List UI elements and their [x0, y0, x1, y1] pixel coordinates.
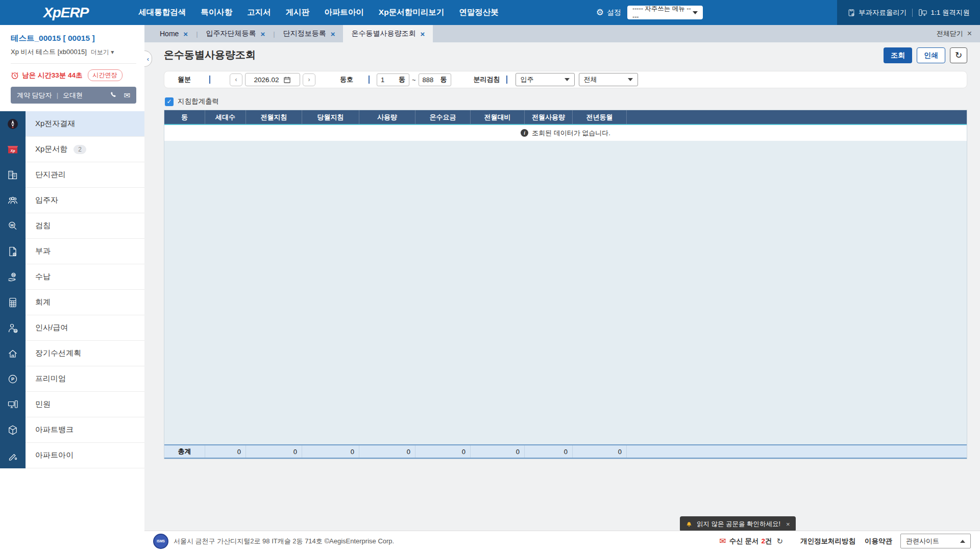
privacy-policy-link[interactable]: 개인정보처리방침	[800, 537, 855, 546]
billing-doc-icon	[7, 246, 18, 257]
sidebar-item-complex-mgmt[interactable]: 단지관리	[0, 162, 144, 188]
sidebar-item-accounting[interactable]: 회계	[0, 290, 144, 315]
tab-complex-info-reg[interactable]: 단지정보등록×	[275, 25, 344, 42]
dong-from-input[interactable]: 1 동	[377, 73, 409, 86]
extend-time-button[interactable]: 시간연장	[88, 69, 122, 81]
col-filler	[627, 110, 967, 124]
dong-to-input[interactable]: 888 동	[419, 73, 451, 86]
more-button[interactable]: 더보기 ▾	[91, 48, 114, 57]
menu-label: 민원	[35, 399, 51, 409]
close-icon[interactable]: ×	[420, 30, 425, 38]
quick-menu-select[interactable]: ----- 자주쓰는 메뉴 -----	[627, 6, 703, 19]
sidebar-item-civil-complaint[interactable]: 민원	[0, 392, 144, 417]
guideline-total-checkbox[interactable]: ✓ 지침합계출력	[165, 97, 219, 106]
settings-button[interactable]: ⚙ 설정	[596, 8, 621, 17]
sidebar-item-meter-reading[interactable]: ₩ 검침	[0, 213, 144, 239]
prev-month-button[interactable]: ‹	[230, 73, 242, 86]
nav-board[interactable]: 게시판	[286, 7, 310, 18]
total-usage: 0	[359, 445, 415, 458]
divider	[912, 9, 913, 17]
inbox-unit: 건	[765, 537, 772, 546]
inbox-mail-icon[interactable]: ✉	[719, 536, 726, 546]
site-name[interactable]: 테스트_00015 [ 00015 ]	[11, 33, 136, 44]
occupancy-select[interactable]: 입주	[516, 73, 575, 86]
sidebar-item-apt-bank[interactable]: 아파트뱅크	[0, 417, 144, 443]
col-prev-reading[interactable]: 전월지침	[246, 110, 302, 124]
inbox-refresh-icon[interactable]: ↻	[776, 537, 783, 546]
close-icon[interactable]: ×	[331, 30, 335, 38]
nav-household-search[interactable]: 세대통합검색	[138, 7, 186, 18]
nav-docbox-preview[interactable]: Xp문서함미리보기	[379, 7, 444, 18]
col-curr-reading[interactable]: 당월지침	[302, 110, 359, 124]
nav-special-notes[interactable]: 특이사항	[201, 7, 232, 18]
month-input[interactable]: 2026.02	[245, 73, 300, 86]
empty-message: 조회된 데이터가 없습니다.	[532, 129, 610, 138]
nav-apt-i[interactable]: 아파트아이	[324, 7, 364, 18]
sidebar-item-premium[interactable]: P 프리미엄	[0, 366, 144, 392]
sidebar-item-hr-payroll[interactable]: ₩ 인사/급여	[0, 315, 144, 341]
col-usage[interactable]: 사용량	[359, 110, 415, 124]
col-households[interactable]: 세대수	[205, 110, 246, 124]
sidebar-item-billing[interactable]: 부과	[0, 239, 144, 264]
next-month-button[interactable]: ›	[303, 73, 315, 86]
divider	[209, 76, 210, 84]
occupancy-value: 입주	[521, 75, 534, 84]
sidebar-item-receipt[interactable]: ₩ 수납	[0, 264, 144, 290]
sidebar-item-apt-i[interactable]: 아파트아이	[0, 443, 144, 468]
person-pay-icon: ₩	[7, 322, 18, 334]
col-prev-month-usage[interactable]: 전월사용량	[525, 110, 573, 124]
related-sites-select[interactable]: 관련사이트	[900, 534, 971, 548]
settings-label: 설정	[607, 8, 621, 17]
col-prev-year-month[interactable]: 전년동월	[573, 110, 627, 124]
usage-table: 동 세대수 전월지침 당월지침 사용량 온수요금 전월대비 전월사용량 전년동월…	[164, 110, 967, 459]
more-arrow-icon: ▾	[111, 48, 114, 56]
divider	[506, 76, 507, 84]
sidebar-item-xp-approval[interactable]: Xp전자결재	[0, 111, 144, 137]
upload-billing-button[interactable]: 부과자료올리기	[847, 8, 907, 17]
sidebar-item-residents[interactable]: 입주자	[0, 188, 144, 213]
table-header-row: 동 세대수 전월지침 당월지침 사용량 온수요금 전월대비 전월사용량 전년동월	[164, 110, 967, 125]
tab-resident-group-reg[interactable]: 입주자단체등록×	[198, 25, 274, 42]
approval-pen-icon	[7, 118, 19, 130]
month-label: 월분	[178, 75, 209, 84]
scope-select[interactable]: 전체	[579, 73, 638, 86]
refresh-button[interactable]: ↻	[950, 47, 967, 63]
checkbox-checked-icon[interactable]: ✓	[165, 97, 174, 106]
phone-icon[interactable]	[110, 91, 117, 99]
menu-label: Xp문서함	[35, 144, 67, 154]
tab-bar: Home× | 입주자단체등록× | 단지정보등록× 온수동별사용량조회× 전체…	[144, 25, 980, 42]
monitor-icon	[7, 399, 18, 410]
svg-text:₩: ₩	[10, 223, 14, 227]
sidebar-item-xp-docbox[interactable]: Xp Xp문서함2	[0, 137, 144, 162]
app-logo: XpERP	[43, 5, 88, 21]
page-actions: 조회 인쇄 ↻	[884, 47, 967, 63]
col-dong[interactable]: 동	[164, 110, 205, 124]
pencil-icon	[7, 450, 18, 461]
sidebar-collapse-button[interactable]: ‹	[144, 51, 152, 67]
nav-year-end-bot[interactable]: 연말정산봇	[459, 7, 499, 18]
tilde: ~	[412, 76, 416, 84]
close-icon[interactable]: ×	[261, 30, 265, 38]
table-total-row: 총계 0 0 0 0 0 0 0 0	[164, 444, 967, 459]
tab-hot-water-usage[interactable]: 온수동별사용량조회×	[343, 25, 433, 42]
col-vs-prev-month[interactable]: 전월대비	[471, 110, 525, 124]
remote-support-button[interactable]: 1:1 원격지원	[918, 8, 970, 17]
inbox-label[interactable]: 수신 문서	[729, 537, 759, 546]
search-button[interactable]: 조회	[884, 47, 912, 63]
empty-state-row: i 조회된 데이터가 없습니다.	[164, 125, 967, 141]
dong-suffix: 동	[399, 75, 405, 84]
col-hotwater-fee[interactable]: 온수요금	[415, 110, 471, 124]
terms-link[interactable]: 이용약관	[865, 537, 892, 546]
inbox-count[interactable]: 2	[761, 537, 765, 545]
sidebar-item-longterm-repair[interactable]: 장기수선계획	[0, 341, 144, 366]
tab-home[interactable]: Home×	[152, 25, 196, 42]
remote-support-label: 1:1 원격지원	[930, 8, 970, 17]
nav-notice-bill[interactable]: 고지서	[247, 7, 271, 18]
print-button[interactable]: 인쇄	[917, 47, 945, 63]
close-icon[interactable]: ×	[183, 30, 188, 38]
close-icon[interactable]: ×	[786, 520, 790, 528]
mail-icon[interactable]: ✉	[124, 91, 130, 100]
menu-label: 아파트뱅크	[35, 425, 74, 435]
svg-text:P: P	[11, 377, 14, 382]
close-all-tabs-button[interactable]: 전체닫기×	[937, 29, 972, 38]
